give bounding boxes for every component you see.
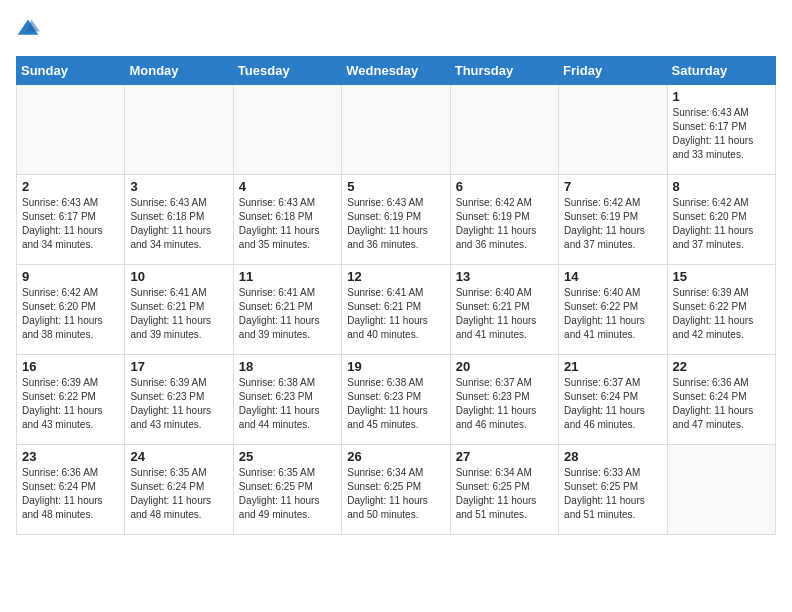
day-cell xyxy=(667,445,775,535)
day-number: 6 xyxy=(456,179,553,194)
day-number: 26 xyxy=(347,449,444,464)
day-info: Sunrise: 6:43 AM Sunset: 6:19 PM Dayligh… xyxy=(347,196,444,252)
day-cell: 9Sunrise: 6:42 AM Sunset: 6:20 PM Daylig… xyxy=(17,265,125,355)
day-cell: 22Sunrise: 6:36 AM Sunset: 6:24 PM Dayli… xyxy=(667,355,775,445)
day-cell: 24Sunrise: 6:35 AM Sunset: 6:24 PM Dayli… xyxy=(125,445,233,535)
day-cell: 21Sunrise: 6:37 AM Sunset: 6:24 PM Dayli… xyxy=(559,355,667,445)
day-cell: 1Sunrise: 6:43 AM Sunset: 6:17 PM Daylig… xyxy=(667,85,775,175)
day-cell: 8Sunrise: 6:42 AM Sunset: 6:20 PM Daylig… xyxy=(667,175,775,265)
day-cell xyxy=(17,85,125,175)
logo xyxy=(16,16,44,44)
day-cell: 18Sunrise: 6:38 AM Sunset: 6:23 PM Dayli… xyxy=(233,355,341,445)
day-cell xyxy=(450,85,558,175)
day-number: 13 xyxy=(456,269,553,284)
day-info: Sunrise: 6:34 AM Sunset: 6:25 PM Dayligh… xyxy=(347,466,444,522)
day-cell: 3Sunrise: 6:43 AM Sunset: 6:18 PM Daylig… xyxy=(125,175,233,265)
day-cell: 15Sunrise: 6:39 AM Sunset: 6:22 PM Dayli… xyxy=(667,265,775,355)
day-info: Sunrise: 6:35 AM Sunset: 6:25 PM Dayligh… xyxy=(239,466,336,522)
day-info: Sunrise: 6:39 AM Sunset: 6:22 PM Dayligh… xyxy=(22,376,119,432)
day-number: 3 xyxy=(130,179,227,194)
day-number: 22 xyxy=(673,359,770,374)
page-header xyxy=(16,16,776,44)
day-cell: 28Sunrise: 6:33 AM Sunset: 6:25 PM Dayli… xyxy=(559,445,667,535)
day-cell: 12Sunrise: 6:41 AM Sunset: 6:21 PM Dayli… xyxy=(342,265,450,355)
day-number: 16 xyxy=(22,359,119,374)
day-info: Sunrise: 6:34 AM Sunset: 6:25 PM Dayligh… xyxy=(456,466,553,522)
day-info: Sunrise: 6:42 AM Sunset: 6:20 PM Dayligh… xyxy=(673,196,770,252)
day-number: 21 xyxy=(564,359,661,374)
weekday-header-tuesday: Tuesday xyxy=(233,57,341,85)
day-number: 14 xyxy=(564,269,661,284)
day-number: 9 xyxy=(22,269,119,284)
day-info: Sunrise: 6:37 AM Sunset: 6:24 PM Dayligh… xyxy=(564,376,661,432)
weekday-header-monday: Monday xyxy=(125,57,233,85)
day-info: Sunrise: 6:42 AM Sunset: 6:20 PM Dayligh… xyxy=(22,286,119,342)
weekday-header-thursday: Thursday xyxy=(450,57,558,85)
day-info: Sunrise: 6:36 AM Sunset: 6:24 PM Dayligh… xyxy=(22,466,119,522)
day-cell: 2Sunrise: 6:43 AM Sunset: 6:17 PM Daylig… xyxy=(17,175,125,265)
day-info: Sunrise: 6:37 AM Sunset: 6:23 PM Dayligh… xyxy=(456,376,553,432)
day-info: Sunrise: 6:42 AM Sunset: 6:19 PM Dayligh… xyxy=(456,196,553,252)
day-number: 24 xyxy=(130,449,227,464)
day-cell xyxy=(233,85,341,175)
week-row-5: 23Sunrise: 6:36 AM Sunset: 6:24 PM Dayli… xyxy=(17,445,776,535)
day-info: Sunrise: 6:35 AM Sunset: 6:24 PM Dayligh… xyxy=(130,466,227,522)
day-cell: 26Sunrise: 6:34 AM Sunset: 6:25 PM Dayli… xyxy=(342,445,450,535)
day-number: 12 xyxy=(347,269,444,284)
day-info: Sunrise: 6:39 AM Sunset: 6:23 PM Dayligh… xyxy=(130,376,227,432)
day-cell: 11Sunrise: 6:41 AM Sunset: 6:21 PM Dayli… xyxy=(233,265,341,355)
day-info: Sunrise: 6:39 AM Sunset: 6:22 PM Dayligh… xyxy=(673,286,770,342)
calendar-table: SundayMondayTuesdayWednesdayThursdayFrid… xyxy=(16,56,776,535)
weekday-header-saturday: Saturday xyxy=(667,57,775,85)
day-cell: 14Sunrise: 6:40 AM Sunset: 6:22 PM Dayli… xyxy=(559,265,667,355)
day-info: Sunrise: 6:43 AM Sunset: 6:17 PM Dayligh… xyxy=(673,106,770,162)
day-cell: 16Sunrise: 6:39 AM Sunset: 6:22 PM Dayli… xyxy=(17,355,125,445)
day-number: 18 xyxy=(239,359,336,374)
day-cell: 20Sunrise: 6:37 AM Sunset: 6:23 PM Dayli… xyxy=(450,355,558,445)
day-number: 1 xyxy=(673,89,770,104)
day-number: 10 xyxy=(130,269,227,284)
day-number: 25 xyxy=(239,449,336,464)
day-info: Sunrise: 6:43 AM Sunset: 6:18 PM Dayligh… xyxy=(239,196,336,252)
day-number: 2 xyxy=(22,179,119,194)
weekday-header-row: SundayMondayTuesdayWednesdayThursdayFrid… xyxy=(17,57,776,85)
day-number: 15 xyxy=(673,269,770,284)
day-info: Sunrise: 6:33 AM Sunset: 6:25 PM Dayligh… xyxy=(564,466,661,522)
day-number: 8 xyxy=(673,179,770,194)
day-cell: 10Sunrise: 6:41 AM Sunset: 6:21 PM Dayli… xyxy=(125,265,233,355)
day-cell xyxy=(125,85,233,175)
day-info: Sunrise: 6:41 AM Sunset: 6:21 PM Dayligh… xyxy=(239,286,336,342)
day-cell: 25Sunrise: 6:35 AM Sunset: 6:25 PM Dayli… xyxy=(233,445,341,535)
day-number: 11 xyxy=(239,269,336,284)
day-number: 28 xyxy=(564,449,661,464)
week-row-3: 9Sunrise: 6:42 AM Sunset: 6:20 PM Daylig… xyxy=(17,265,776,355)
day-info: Sunrise: 6:36 AM Sunset: 6:24 PM Dayligh… xyxy=(673,376,770,432)
day-info: Sunrise: 6:38 AM Sunset: 6:23 PM Dayligh… xyxy=(347,376,444,432)
day-cell: 5Sunrise: 6:43 AM Sunset: 6:19 PM Daylig… xyxy=(342,175,450,265)
day-number: 27 xyxy=(456,449,553,464)
day-cell xyxy=(342,85,450,175)
day-cell xyxy=(559,85,667,175)
day-cell: 7Sunrise: 6:42 AM Sunset: 6:19 PM Daylig… xyxy=(559,175,667,265)
day-number: 20 xyxy=(456,359,553,374)
day-info: Sunrise: 6:40 AM Sunset: 6:22 PM Dayligh… xyxy=(564,286,661,342)
day-info: Sunrise: 6:41 AM Sunset: 6:21 PM Dayligh… xyxy=(130,286,227,342)
day-cell: 27Sunrise: 6:34 AM Sunset: 6:25 PM Dayli… xyxy=(450,445,558,535)
day-number: 7 xyxy=(564,179,661,194)
day-cell: 13Sunrise: 6:40 AM Sunset: 6:21 PM Dayli… xyxy=(450,265,558,355)
logo-icon xyxy=(16,16,40,40)
day-info: Sunrise: 6:43 AM Sunset: 6:18 PM Dayligh… xyxy=(130,196,227,252)
weekday-header-wednesday: Wednesday xyxy=(342,57,450,85)
week-row-2: 2Sunrise: 6:43 AM Sunset: 6:17 PM Daylig… xyxy=(17,175,776,265)
day-number: 23 xyxy=(22,449,119,464)
day-number: 5 xyxy=(347,179,444,194)
week-row-1: 1Sunrise: 6:43 AM Sunset: 6:17 PM Daylig… xyxy=(17,85,776,175)
day-cell: 19Sunrise: 6:38 AM Sunset: 6:23 PM Dayli… xyxy=(342,355,450,445)
day-number: 4 xyxy=(239,179,336,194)
day-info: Sunrise: 6:38 AM Sunset: 6:23 PM Dayligh… xyxy=(239,376,336,432)
day-cell: 4Sunrise: 6:43 AM Sunset: 6:18 PM Daylig… xyxy=(233,175,341,265)
day-number: 19 xyxy=(347,359,444,374)
day-info: Sunrise: 6:42 AM Sunset: 6:19 PM Dayligh… xyxy=(564,196,661,252)
week-row-4: 16Sunrise: 6:39 AM Sunset: 6:22 PM Dayli… xyxy=(17,355,776,445)
day-info: Sunrise: 6:43 AM Sunset: 6:17 PM Dayligh… xyxy=(22,196,119,252)
